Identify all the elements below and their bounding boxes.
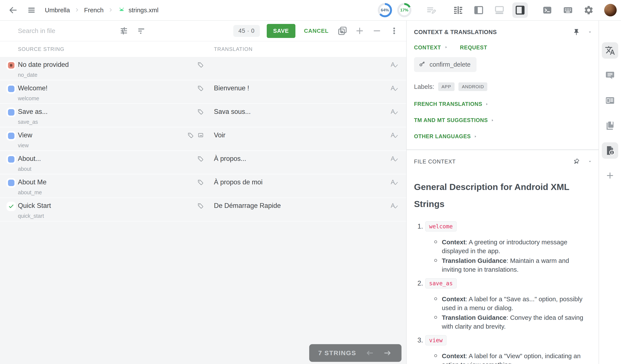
copy-source-icon[interactable] bbox=[337, 26, 347, 36]
source-string: No date provided bbox=[18, 60, 184, 69]
table-row[interactable]: Welcome! welcome Bienvenue ! A bbox=[0, 80, 406, 104]
side-by-side-view-icon[interactable] bbox=[471, 2, 486, 18]
translation-string: À propos... bbox=[214, 151, 383, 174]
spellcheck-icon[interactable]: A bbox=[391, 155, 399, 164]
context-panel: CONTEXT & TRANSLATIONS CONTEXT REQUEST c… bbox=[407, 21, 599, 364]
translation-column-header: TRANSLATION bbox=[214, 46, 383, 52]
breadcrumb-file[interactable]: strings.xml bbox=[118, 6, 158, 15]
translation-string bbox=[214, 57, 383, 80]
spellcheck-icon[interactable]: A bbox=[391, 108, 399, 117]
spellcheck-icon[interactable]: A bbox=[391, 85, 399, 93]
translation-string: De Démarrage Rapide bbox=[214, 198, 383, 221]
collapse-section-icon[interactable] bbox=[587, 30, 592, 35]
translation-memory-tab-icon[interactable] bbox=[602, 92, 618, 109]
table-header: SOURCE STRING TRANSLATION bbox=[0, 41, 406, 57]
table-row[interactable]: About Me about_me À propos de moi A bbox=[0, 174, 406, 198]
strings-toolbar: 45 · 0 SAVE CANCEL bbox=[0, 21, 406, 41]
screenshot-icon bbox=[197, 132, 204, 139]
spellcheck-icon[interactable]: A bbox=[391, 202, 399, 211]
tag-icon bbox=[197, 62, 204, 69]
spellcheck-icon[interactable]: A bbox=[391, 132, 399, 140]
doc-item: 1. welcome ContextA greeting or introduc… bbox=[414, 221, 587, 274]
document-title: General Description for Android XML Stri… bbox=[414, 178, 587, 213]
source-string: About... bbox=[18, 154, 184, 163]
translations-tab-icon[interactable] bbox=[602, 42, 618, 59]
tag-icon bbox=[197, 156, 204, 163]
translation-string: Sava sous... bbox=[214, 104, 383, 127]
translated-progress-value: 64% bbox=[381, 8, 389, 13]
filter-icon[interactable] bbox=[136, 26, 146, 36]
previous-string-icon[interactable] bbox=[365, 348, 374, 358]
add-panel-icon[interactable] bbox=[602, 167, 618, 184]
tag-icon bbox=[197, 179, 204, 187]
section-french-translations[interactable]: FRENCH TRANSLATIONS bbox=[414, 101, 592, 107]
label-badge[interactable]: APP bbox=[438, 82, 454, 91]
console-icon[interactable] bbox=[539, 2, 555, 18]
table-row[interactable]: No date provided no_date A bbox=[0, 57, 406, 80]
tab-context[interactable]: CONTEXT bbox=[414, 44, 441, 51]
string-key: save_as bbox=[18, 118, 184, 125]
breadcrumb-project[interactable]: Umbrella bbox=[45, 7, 70, 14]
spellcheck-icon[interactable]: A bbox=[391, 179, 399, 187]
section-other-languages[interactable]: OTHER LANGUAGES bbox=[414, 133, 592, 139]
pin-icon[interactable] bbox=[573, 29, 580, 36]
strings-count-label: 7 STRINGS bbox=[318, 349, 356, 357]
status-approved-icon bbox=[8, 203, 15, 209]
file-context-title: FILE CONTEXT bbox=[414, 158, 573, 165]
right-icon-bar bbox=[599, 21, 621, 364]
status-untranslated-icon bbox=[8, 86, 15, 92]
next-string-icon[interactable] bbox=[383, 348, 392, 358]
table-row[interactable]: Save as... save_as Sava sous... A bbox=[0, 104, 406, 127]
strings-count-badge: 45 · 0 bbox=[233, 25, 260, 37]
string-key: no_date bbox=[18, 71, 184, 78]
status-untranslated-icon bbox=[8, 133, 15, 139]
spellcheck-icon[interactable]: A bbox=[391, 61, 399, 70]
approved-progress-ring[interactable]: 17% bbox=[397, 3, 412, 17]
string-key-pill[interactable]: confirm_delete bbox=[414, 57, 477, 72]
section-tm-mt-suggestions[interactable]: TM AND MT SUGGESTIONS bbox=[414, 117, 592, 123]
breadcrumb: Umbrella French strings.xml bbox=[45, 6, 158, 15]
tag-icon bbox=[197, 109, 204, 116]
caret-right-icon bbox=[444, 46, 448, 50]
string-key: about bbox=[18, 165, 184, 173]
zoom-in-icon[interactable] bbox=[354, 26, 365, 36]
comfortable-view-icon[interactable] bbox=[450, 2, 466, 18]
code-key: save_as bbox=[425, 278, 457, 289]
file-context-tab-icon[interactable] bbox=[602, 142, 618, 159]
search-settings-icon[interactable] bbox=[118, 26, 129, 36]
glossary-tab-icon[interactable] bbox=[602, 117, 618, 134]
doc-item: 2. save_as ContextA label for a "Save as… bbox=[414, 278, 587, 331]
user-avatar[interactable] bbox=[604, 4, 617, 16]
key-icon bbox=[418, 60, 426, 69]
back-icon[interactable] bbox=[8, 5, 18, 15]
comments-tab-icon[interactable] bbox=[602, 67, 618, 84]
label-badge[interactable]: ANDROID bbox=[458, 82, 487, 91]
table-row[interactable]: About... about À propos... A bbox=[0, 151, 406, 174]
tab-request[interactable]: REQUEST bbox=[460, 44, 487, 51]
table-row[interactable]: Quick Start quick_start De Démarrage Rap… bbox=[0, 198, 406, 222]
menu-icon[interactable] bbox=[26, 5, 37, 15]
unpin-icon[interactable] bbox=[573, 158, 580, 165]
android-icon bbox=[118, 6, 125, 15]
collapse-section-icon[interactable] bbox=[587, 159, 592, 164]
zoom-out-icon[interactable] bbox=[372, 26, 382, 36]
strings-panel: 45 · 0 SAVE CANCEL SOURCE STRING bbox=[0, 21, 407, 364]
source-string: About Me bbox=[18, 177, 184, 187]
more-options-icon[interactable] bbox=[389, 26, 399, 36]
settings-gear-icon[interactable] bbox=[581, 2, 596, 18]
multilingual-view-icon[interactable] bbox=[492, 2, 507, 18]
side-panel-view-icon[interactable] bbox=[512, 2, 528, 18]
doc-item: 3. view ContextA label for a "View" opti… bbox=[414, 335, 587, 364]
breadcrumb-language[interactable]: French bbox=[84, 7, 104, 14]
cancel-button[interactable]: CANCEL bbox=[302, 25, 330, 36]
search-input[interactable] bbox=[18, 27, 111, 35]
source-string: Welcome! bbox=[18, 84, 184, 93]
code-key: view bbox=[425, 335, 447, 346]
status-hidden-icon bbox=[8, 62, 15, 69]
code-key: welcome bbox=[425, 221, 457, 232]
keyboard-shortcuts-icon[interactable] bbox=[560, 2, 576, 18]
source-string: Quick Start bbox=[18, 201, 184, 210]
table-row[interactable]: View view Voir A bbox=[0, 127, 406, 151]
translated-progress-ring[interactable]: 64% bbox=[378, 3, 392, 17]
save-button[interactable]: SAVE bbox=[267, 24, 295, 38]
